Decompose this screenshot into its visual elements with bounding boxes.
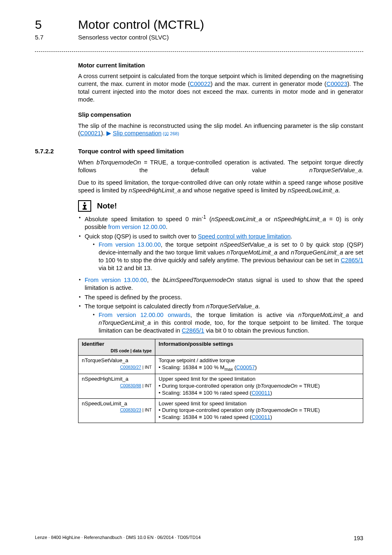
chapter-header: 5 Motor control (MCTRL) <box>35 16 363 32</box>
info-table: Identifier DIS code | data type Informat… <box>78 339 363 423</box>
link-c00021[interactable]: C00021 <box>80 130 101 136</box>
arrow-icon: ▶ <box>106 130 111 136</box>
version-note: from version 12.00.00 <box>108 224 166 230</box>
body-item-3-sub: From version 12.00.00 onwards, the torqu… <box>92 311 363 335</box>
table-row: nTorqueSetValue_a C00830/27 | INT Torque… <box>78 356 363 374</box>
para-torque-2: Due to its speed limitation, the torque-… <box>78 179 363 194</box>
link-speed-control[interactable]: Speed control with torque limitation <box>198 233 291 240</box>
footer-text: Lenze · 8400 HighLine · Referenzhandbuch… <box>35 534 201 542</box>
body-item-2: The speed is defined by the process. <box>78 294 363 301</box>
svg-rect-3 <box>83 208 87 210</box>
page-number: 193 <box>354 534 363 542</box>
link-c00830-27[interactable]: C00830/27 <box>120 365 141 370</box>
para-slip: The slip of the machine is reconstructed… <box>78 122 363 138</box>
version-note: From version 13.00.00 <box>99 241 161 248</box>
note-item-1: Absolute speed limitation to speed 0 min… <box>78 214 363 231</box>
subchapter-number: 5.7 <box>35 33 78 42</box>
th-identifier: Identifier DIS code | data type <box>78 339 155 356</box>
link-c00023[interactable]: C00023 <box>326 81 347 87</box>
table-row: nSpeedLowLimit_a C00830/23 | INT Lower s… <box>78 398 363 423</box>
link-slip-comp[interactable]: Slip compensation <box>113 130 162 136</box>
version-note: From version 12.00.00 onwards <box>99 312 190 318</box>
chapter-title: Motor control (MCTRL) <box>78 16 204 32</box>
subchapter-title: Sensorless vector control (SLVC) <box>78 33 169 42</box>
heading-slip: Slip compensation <box>78 111 363 119</box>
svg-point-0 <box>84 202 85 204</box>
link-c00057[interactable]: C00057 <box>236 364 255 370</box>
link-c00022[interactable]: C00022 <box>190 81 211 87</box>
page-ref: (🕮 268) <box>161 131 179 136</box>
body-list: From version 13.00.00, the bLimSpeedTorq… <box>78 276 363 335</box>
link-c00011[interactable]: C00011 <box>251 390 270 396</box>
para-motor-current: A cross current setpoint is calculated f… <box>78 72 363 103</box>
link-c00830-88[interactable]: C00830/88 <box>120 383 141 388</box>
table-header-row: Identifier DIS code | data type Informat… <box>78 339 363 356</box>
heading-motor-current: Motor current limitation <box>78 62 363 69</box>
link-c2865-1[interactable]: C2865/1 <box>182 327 204 334</box>
th-info: Information/possible settings <box>155 339 363 356</box>
link-c2865-1[interactable]: C2865/1 <box>341 257 363 264</box>
body-item-3: The torque setpoint is calculated direct… <box>78 303 363 334</box>
table-row: nSpeedHighLimit_a C00830/88 | INT Upper … <box>78 374 363 398</box>
subchapter-header: 5.7 Sensorless vector control (SLVC) <box>35 33 363 42</box>
page-footer: Lenze · 8400 HighLine · Referenzhandbuch… <box>35 534 363 542</box>
note-label: Note! <box>97 201 117 211</box>
link-c00011[interactable]: C00011 <box>251 414 270 420</box>
note-item-2: Quick stop (QSP) is used to switch over … <box>78 233 363 272</box>
body-item-1: From version 13.00.00, the bLimSpeedTorq… <box>78 276 363 292</box>
note-list: Absolute speed limitation to speed 0 min… <box>78 214 363 272</box>
section-5-7-2-2: 5.7.2.2 Torque control with speed limita… <box>35 147 363 155</box>
section-number: 5.7.2.2 <box>35 147 78 155</box>
para-torque-1: When bTorquemodeOn = TRUE, a torque-cont… <box>78 159 363 174</box>
note-item-2-sub: From version 13.00.00, the torque setpoi… <box>92 241 363 272</box>
info-icon <box>78 200 91 212</box>
divider <box>35 51 363 52</box>
version-note: From version 13.00.00 <box>85 277 147 283</box>
link-c00830-23[interactable]: C00830/23 <box>120 407 141 412</box>
note-header: Note! <box>78 200 363 212</box>
chapter-number: 5 <box>35 16 78 32</box>
section-title: Torque control with speed limitation <box>78 147 184 155</box>
